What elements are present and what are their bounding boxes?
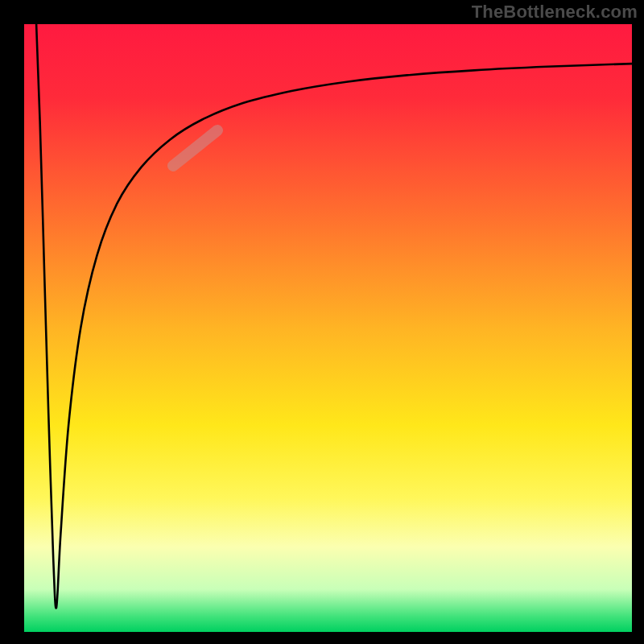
plot-svg (24, 24, 632, 632)
watermark-text: TheBottleneck.com (472, 2, 638, 23)
plot-area (24, 24, 632, 632)
chart-frame: TheBottleneck.com (0, 0, 644, 644)
gradient-background (24, 24, 632, 632)
